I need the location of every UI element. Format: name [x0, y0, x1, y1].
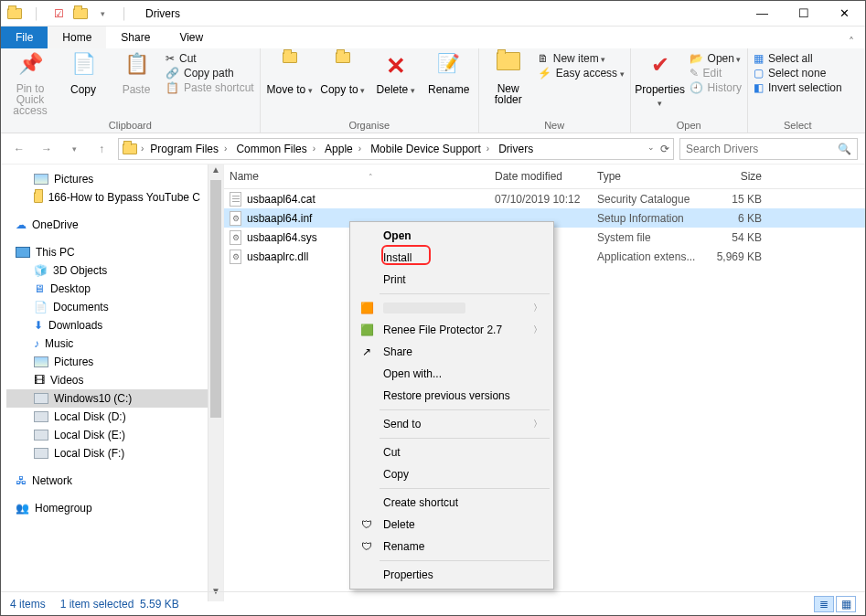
ctx-open[interactable]: Open	[352, 225, 551, 247]
move-to-button[interactable]: Move to	[266, 50, 314, 96]
scroll-thumb[interactable]	[210, 180, 221, 418]
crumb-1[interactable]: Common Files›	[233, 143, 320, 155]
file-name: usbaapl64.sys	[247, 231, 317, 244]
invert-selection-button[interactable]: ◧Invert selection	[754, 81, 842, 94]
nav-quick-pictures[interactable]: Pictures📍	[6, 170, 223, 188]
history-button[interactable]: 🕘History	[690, 81, 742, 94]
ctx-share[interactable]: ↗Share	[352, 341, 551, 363]
nav-drive-e[interactable]: Local Disk (E:)	[6, 426, 223, 444]
maximize-button[interactable]: ☐	[783, 1, 824, 27]
crumb-0[interactable]: Program Files›	[147, 143, 231, 155]
ctx-copy[interactable]: Copy	[352, 463, 551, 485]
scroll-up-icon[interactable]: ▲	[208, 165, 223, 180]
select-all-button[interactable]: ▦Select all	[754, 52, 842, 65]
copyto-icon	[328, 52, 358, 81]
ctx-rfp[interactable]: 🟩Renee File Protector 2.7〉	[352, 319, 551, 341]
copy-path-button[interactable]: 🔗Copy path	[166, 67, 254, 80]
crumb-3[interactable]: Mobile Device Support›	[368, 143, 494, 155]
nav-downloads[interactable]: ⬇Downloads	[6, 316, 223, 335]
new-folder-button[interactable]: New folder	[485, 50, 532, 105]
file-size: 6 KB	[707, 212, 780, 225]
ctx-send-to[interactable]: Send to〉	[352, 413, 551, 435]
newitem-icon: 🗎	[538, 52, 549, 65]
up-button[interactable]: ↑	[91, 138, 112, 160]
rename-button[interactable]: 📝 Rename	[425, 50, 473, 96]
qat-dropdown-icon[interactable]: ▾	[92, 4, 112, 24]
new-item-button[interactable]: 🗎New item	[538, 52, 625, 65]
col-name[interactable]: Name˄	[230, 170, 495, 183]
view-large-icons-button[interactable]: ▦	[836, 596, 856, 612]
ctx-create-shortcut[interactable]: Create shortcut	[352, 492, 551, 514]
ctx-label: Delete	[383, 518, 415, 531]
crumb-2[interactable]: Apple›	[322, 143, 366, 155]
videos-icon: 🎞	[34, 374, 45, 387]
nav-documents[interactable]: 📄Documents	[6, 298, 223, 316]
ctx-cut[interactable]: Cut	[352, 441, 551, 463]
file-row[interactable]: usbaapl64.cat 07/10/2019 10:12 Security …	[224, 189, 865, 208]
tab-file[interactable]: File	[1, 27, 48, 48]
ctx-install[interactable]: Install	[352, 247, 551, 269]
crumb-4[interactable]: Drivers	[496, 143, 536, 155]
col-date[interactable]: Date modified	[495, 170, 597, 183]
pin-quick-access-button[interactable]: 📌 Pin to Quick access	[6, 50, 54, 116]
tab-home[interactable]: Home	[48, 27, 106, 48]
col-type[interactable]: Type	[597, 170, 707, 183]
refresh-button[interactable]: ⟳	[660, 143, 669, 155]
shield-icon: 🛡	[358, 539, 376, 554]
ribbon-group-new: New folder 🗎New item ⚡Easy access New	[479, 48, 631, 133]
copy-to-button[interactable]: Copy to	[319, 50, 367, 96]
file-type: System file	[597, 231, 707, 244]
properties-qat-icon[interactable]: ☑	[48, 4, 69, 24]
back-button[interactable]: ←	[8, 138, 30, 160]
ctx-rename[interactable]: 🛡Rename	[352, 536, 551, 558]
recent-locations-button[interactable]: ▾	[63, 138, 85, 160]
select-none-button[interactable]: ▢Select none	[754, 67, 842, 80]
nav-drive-c[interactable]: Windows10 (C:)	[6, 389, 223, 408]
qat-folder-icon[interactable]	[70, 4, 91, 24]
ctx-open-with[interactable]: Open with...	[352, 363, 551, 385]
nav-network[interactable]: 🖧Network	[6, 472, 223, 490]
close-button[interactable]: ✕	[824, 1, 865, 27]
ctx-delete[interactable]: 🛡Delete	[352, 514, 551, 536]
nav-pictures[interactable]: Pictures	[6, 353, 223, 371]
search-input[interactable]: Search Drivers 🔍	[679, 138, 858, 160]
invert-icon: ◧	[754, 81, 764, 94]
file-name: usbaapl64.cat	[247, 193, 315, 206]
nav-quick-folder[interactable]: 166-How to Bypass YouTube C📍	[6, 188, 223, 207]
ctx-label: Open	[383, 229, 412, 242]
easy-access-button[interactable]: ⚡Easy access	[538, 67, 625, 80]
nav-drive-f[interactable]: Local Disk (F:)	[6, 444, 223, 462]
forward-button[interactable]: →	[36, 138, 58, 160]
delete-button[interactable]: ✕ Delete	[372, 50, 420, 96]
edit-button[interactable]: ✎Edit	[690, 67, 742, 80]
nav-videos[interactable]: 🎞Videos	[6, 371, 223, 389]
properties-button[interactable]: ✔ Properties	[636, 50, 684, 109]
nav-onedrive[interactable]: ☁OneDrive	[6, 216, 223, 234]
ctx-print[interactable]: Print	[352, 269, 551, 291]
nav-desktop[interactable]: 🖥Desktop	[6, 280, 223, 298]
nav-this-pc[interactable]: This PC	[6, 243, 223, 261]
tab-share[interactable]: Share	[106, 27, 165, 48]
copy-button[interactable]: 📄 Copy	[59, 50, 107, 96]
minimize-button[interactable]: —	[742, 1, 783, 27]
open-button[interactable]: 📂Open	[690, 52, 742, 65]
paste-button[interactable]: 📋 Paste	[112, 50, 160, 96]
paste-shortcut-button[interactable]: 📋Paste shortcut	[166, 81, 254, 94]
ctx-blurred-app[interactable]: 🟧〉	[352, 297, 551, 319]
collapse-ribbon-button[interactable]: ˄	[838, 36, 865, 48]
nav-scrollbar[interactable]: ▲ ▼	[208, 165, 223, 601]
history-label: History	[708, 81, 742, 94]
nav-drive-d[interactable]: Local Disk (D:)	[6, 408, 223, 426]
edit-icon: ✎	[690, 67, 699, 80]
nav-music[interactable]: ♪Music	[6, 335, 223, 353]
tab-view[interactable]: View	[165, 27, 218, 48]
address-bar[interactable]: › Program Files› Common Files› Apple› Mo…	[118, 138, 674, 160]
ctx-restore[interactable]: Restore previous versions	[352, 385, 551, 407]
ctx-properties[interactable]: Properties	[352, 564, 551, 586]
nav-3dobjects[interactable]: 🧊3D Objects	[6, 261, 223, 280]
address-dropdown-icon[interactable]: ⌄	[647, 143, 655, 155]
view-details-button[interactable]: ≣	[814, 596, 834, 612]
nav-homegroup[interactable]: 👥Homegroup	[6, 499, 223, 517]
cut-button[interactable]: ✂Cut	[166, 52, 254, 65]
col-size[interactable]: Size	[707, 170, 780, 183]
